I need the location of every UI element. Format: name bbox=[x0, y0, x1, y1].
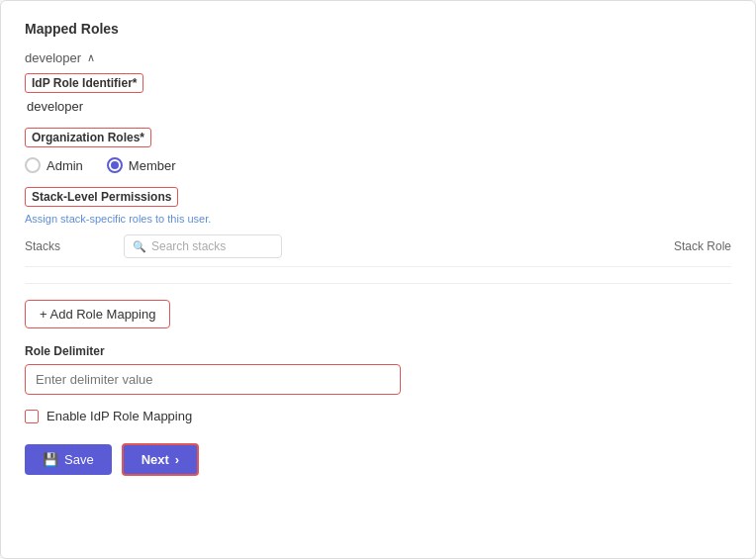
page-title: Mapped Roles bbox=[25, 21, 731, 37]
stack-permissions-label: Stack-Level Permissions bbox=[25, 187, 178, 207]
member-radio-circle[interactable] bbox=[107, 157, 123, 173]
org-roles-label: Organization Roles* bbox=[25, 128, 151, 147]
next-button[interactable]: Next › bbox=[122, 443, 200, 476]
idp-role-block: IdP Role Identifier* developer bbox=[25, 73, 731, 114]
member-radio-option[interactable]: Member bbox=[107, 157, 176, 173]
divider-1 bbox=[25, 283, 731, 284]
footer-row: 💾 Save Next › bbox=[25, 443, 731, 476]
enable-mapping-row: Enable IdP Role Mapping bbox=[25, 409, 731, 423]
org-roles-radio-group: Admin Member bbox=[25, 157, 731, 173]
chevron-up-icon: ∧ bbox=[87, 51, 95, 64]
idp-role-value: developer bbox=[25, 99, 731, 114]
admin-radio-option[interactable]: Admin bbox=[25, 157, 83, 173]
save-icon: 💾 bbox=[43, 452, 58, 467]
role-delimiter-section: Role Delimiter bbox=[25, 344, 731, 395]
search-icon: 🔍 bbox=[133, 240, 146, 253]
save-label: Save bbox=[64, 452, 94, 467]
stack-permissions-subtitle: Assign stack-specific roles to this user… bbox=[25, 213, 731, 225]
org-roles-block: Organization Roles* Admin Member bbox=[25, 128, 731, 173]
admin-radio-circle[interactable] bbox=[25, 157, 41, 173]
save-button[interactable]: 💾 Save bbox=[25, 444, 112, 475]
delimiter-input[interactable] bbox=[25, 364, 401, 395]
admin-radio-label: Admin bbox=[47, 158, 83, 173]
add-role-mapping-button[interactable]: + Add Role Mapping bbox=[25, 300, 170, 328]
enable-idp-mapping-label: Enable IdP Role Mapping bbox=[47, 409, 192, 423]
role-delimiter-label: Role Delimiter bbox=[25, 344, 731, 358]
search-stacks-input[interactable]: 🔍 Search stacks bbox=[124, 234, 282, 258]
idp-role-label: IdP Role Identifier* bbox=[25, 73, 143, 93]
stack-permissions-section: Stack-Level Permissions Assign stack-spe… bbox=[25, 187, 731, 267]
stack-role-column-header: Stack Role bbox=[282, 239, 731, 253]
enable-idp-mapping-checkbox[interactable] bbox=[25, 410, 39, 423]
next-label: Next bbox=[142, 452, 169, 467]
member-radio-label: Member bbox=[129, 158, 176, 173]
next-arrow-icon: › bbox=[175, 452, 179, 467]
stacks-header-row: Stacks 🔍 Search stacks Stack Role bbox=[25, 234, 731, 267]
main-card: Mapped Roles developer ∧ IdP Role Identi… bbox=[0, 0, 756, 559]
developer-section-toggle[interactable]: developer ∧ bbox=[25, 50, 731, 65]
stacks-column-header: Stacks bbox=[25, 239, 124, 253]
developer-label: developer bbox=[25, 50, 81, 65]
search-stacks-placeholder: Search stacks bbox=[151, 239, 226, 253]
